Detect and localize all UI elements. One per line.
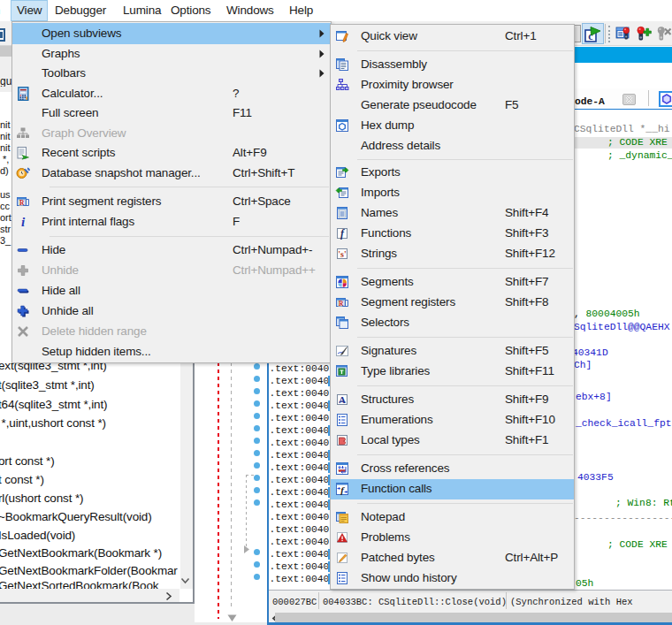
svg-text:A: A [339,394,346,405]
svg-text:'s': 's' [338,249,347,259]
svg-text:i: i [21,215,26,229]
